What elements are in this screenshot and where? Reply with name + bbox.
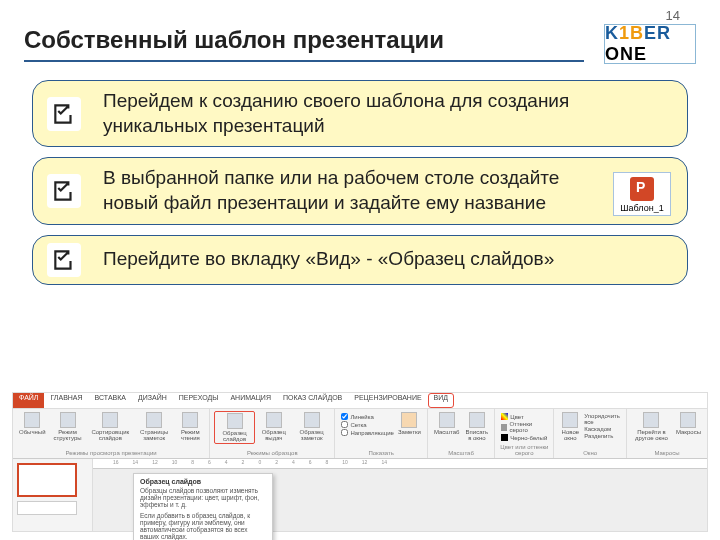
- tab-animation[interactable]: АНИМАЦИЯ: [224, 393, 277, 408]
- btn-reading[interactable]: Режим чтения: [175, 411, 205, 442]
- title-underline: [24, 60, 584, 62]
- btn-notes[interactable]: Заметки: [396, 411, 423, 438]
- page-number: 14: [666, 8, 680, 23]
- checkmark-icon: [47, 174, 81, 208]
- thumbnail-layout[interactable]: [17, 501, 77, 515]
- bullet-text: В выбранной папке или на рабочем столе с…: [103, 166, 597, 215]
- tab-design[interactable]: ДИЗАЙН: [132, 393, 173, 408]
- powerpoint-screenshot: ФАЙЛ ГЛАВНАЯ ВСТАВКА ДИЗАЙН ПЕРЕХОДЫ АНИ…: [12, 392, 708, 532]
- checkmark-icon: [47, 243, 81, 277]
- tab-transitions[interactable]: ПЕРЕХОДЫ: [173, 393, 225, 408]
- ribbon-group-color: Цвет Оттенки серого Черно-белый Цвет или…: [495, 409, 554, 458]
- tab-file[interactable]: ФАЙЛ: [13, 393, 44, 408]
- tab-slideshow[interactable]: ПОКАЗ СЛАЙДОВ: [277, 393, 348, 408]
- btn-sorter[interactable]: Сортировщик слайдов: [88, 411, 134, 442]
- opt-bw[interactable]: Черно-белый: [501, 434, 547, 441]
- bullet-text: Перейдите во вкладку «Вид» - «Образец сл…: [103, 247, 554, 272]
- check-grid[interactable]: Сетка: [341, 421, 394, 428]
- slide-title: Собственный шаблон презентации: [24, 26, 444, 54]
- bullet-card: Перейдем к созданию своего шаблона для с…: [32, 80, 688, 147]
- ribbon-group-show: Линейка Сетка Направляющие Заметки Показ…: [335, 409, 427, 458]
- tooltip-slide-master: Образец слайдов Образцы слайдов позволяю…: [133, 473, 273, 540]
- tab-home[interactable]: ГЛАВНАЯ: [44, 393, 88, 408]
- opt-split[interactable]: Разделить: [584, 433, 620, 439]
- btn-slide-master[interactable]: Образец слайдов: [214, 411, 254, 444]
- btn-notes-page[interactable]: Страницы заметок: [135, 411, 173, 442]
- check-guides[interactable]: Направляющие: [341, 429, 394, 436]
- powerpoint-file-icon: [630, 177, 654, 201]
- ribbon-group-masters: Образец слайдов Образец выдач Образец за…: [210, 409, 335, 458]
- btn-normal[interactable]: Обычный: [17, 411, 48, 442]
- btn-handout-master[interactable]: Образец выдач: [257, 411, 291, 444]
- opt-color[interactable]: Цвет: [501, 413, 547, 420]
- tab-view[interactable]: ВИД: [428, 393, 454, 408]
- ribbon-group-zoom: Масштаб Вписать в окно Масштаб: [428, 409, 495, 458]
- ribbon-tabs: ФАЙЛ ГЛАВНАЯ ВСТАВКА ДИЗАЙН ПЕРЕХОДЫ АНИ…: [13, 393, 707, 409]
- ppt-body: 16141210864202468101214 Образец слайдов …: [13, 459, 707, 531]
- ribbon-group-window: Новое окно Упорядочить все Каскадом Разд…: [554, 409, 627, 458]
- check-ruler[interactable]: Линейка: [341, 413, 394, 420]
- checkmark-icon: [47, 97, 81, 131]
- opt-grayscale[interactable]: Оттенки серого: [501, 421, 547, 433]
- horizontal-ruler: 16141210864202468101214: [93, 459, 707, 469]
- bullet-card: В выбранной папке или на рабочем столе с…: [32, 157, 688, 224]
- bullet-card: Перейдите во вкладку «Вид» - «Образец сл…: [32, 235, 688, 285]
- btn-new-window[interactable]: Новое окно: [558, 411, 582, 442]
- thumbnail-master[interactable]: [17, 463, 77, 497]
- opt-cascade[interactable]: Каскадом: [584, 426, 620, 432]
- btn-notes-master[interactable]: Образец заметок: [293, 411, 330, 444]
- ribbon-group-other: Перейти в другое окно Макросы Макросы: [627, 409, 707, 458]
- slide-canvas: 16141210864202468101214 Образец слайдов …: [93, 459, 707, 531]
- btn-switch-window[interactable]: Перейти в другое окно: [631, 411, 672, 442]
- file-thumbnail: Шаблон_1: [613, 172, 671, 216]
- tab-insert[interactable]: ВСТАВКА: [89, 393, 132, 408]
- btn-fit[interactable]: Вписать в окно: [464, 411, 491, 442]
- btn-zoom[interactable]: Масштаб: [432, 411, 462, 442]
- opt-arrange[interactable]: Упорядочить все: [584, 413, 620, 425]
- slide-thumbnails: [13, 459, 93, 531]
- btn-outline[interactable]: Режим структуры: [50, 411, 86, 442]
- ribbon: Обычный Режим структуры Сортировщик слай…: [13, 409, 707, 459]
- file-label: Шаблон_1: [616, 203, 668, 213]
- ribbon-group-views: Обычный Режим структуры Сортировщик слай…: [13, 409, 210, 458]
- btn-macros[interactable]: Макросы: [674, 411, 703, 442]
- bullet-list: Перейдем к созданию своего шаблона для с…: [32, 80, 688, 285]
- bullet-text: Перейдем к созданию своего шаблона для с…: [103, 89, 673, 138]
- tab-review[interactable]: РЕЦЕНЗИРОВАНИЕ: [348, 393, 427, 408]
- brand-logo: K1BER ONE: [604, 24, 696, 64]
